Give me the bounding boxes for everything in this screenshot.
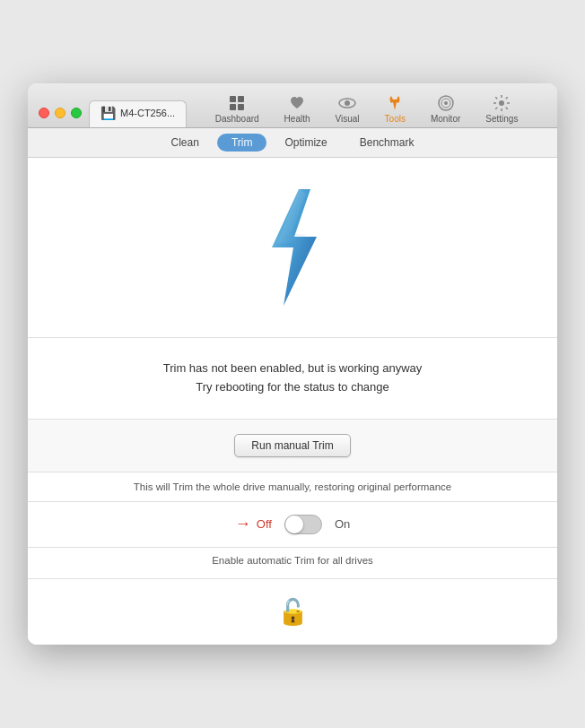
nav-visual[interactable]: Visual: [325, 91, 371, 127]
lightning-section: [28, 158, 557, 338]
subtabs-bar: Clean Trim Optimize Benchmark: [28, 128, 557, 158]
maximize-button[interactable]: [71, 108, 82, 118]
titlebar: 💾 M4-CT256... Dashboard Health: [28, 83, 557, 128]
arrow-indicator: → Off: [235, 515, 272, 533]
toggle-section: → Off On: [28, 502, 557, 548]
subtab-clean[interactable]: Clean: [157, 134, 214, 152]
lightning-bolt-icon: [252, 185, 333, 310]
main-window: 💾 M4-CT256... Dashboard Health: [28, 83, 557, 645]
navbar: Dashboard Health Visual Tools: [187, 91, 546, 127]
arrow-right-icon: →: [235, 515, 251, 533]
tools-icon: [386, 94, 404, 112]
device-name: M4-CT256...: [120, 108, 175, 118]
svg-point-9: [499, 100, 504, 106]
svg-point-5: [345, 100, 350, 106]
settings-icon: [493, 94, 511, 112]
subtab-trim[interactable]: Trim: [217, 134, 267, 152]
monitor-icon: [437, 94, 455, 112]
auto-trim-toggle[interactable]: [284, 515, 322, 534]
svg-rect-1: [238, 96, 244, 102]
subtab-optimize[interactable]: Optimize: [270, 134, 341, 152]
svg-point-7: [444, 101, 448, 105]
svg-rect-3: [238, 104, 244, 110]
status-line1: Trim has not been enabled, but is workin…: [55, 360, 530, 378]
visual-icon: [338, 94, 356, 112]
nav-dashboard-label: Dashboard: [215, 114, 259, 124]
minimize-button[interactable]: [55, 108, 65, 118]
subtab-benchmark[interactable]: Benchmark: [345, 134, 429, 152]
nav-settings-label: Settings: [485, 114, 518, 124]
svg-rect-2: [230, 104, 236, 110]
dashboard-icon: [228, 94, 246, 112]
lock-icon[interactable]: 🔓: [277, 597, 309, 627]
nav-health[interactable]: Health: [274, 91, 321, 127]
svg-rect-0: [230, 96, 236, 102]
manual-trim-section: Run manual Trim: [28, 420, 557, 472]
health-icon: [288, 94, 306, 112]
device-tab[interactable]: 💾 M4-CT256...: [89, 100, 187, 127]
nav-health-label: Health: [284, 114, 310, 124]
nav-monitor[interactable]: Monitor: [420, 91, 471, 127]
nav-tools-label: Tools: [385, 114, 406, 124]
nav-tools[interactable]: Tools: [374, 91, 416, 127]
status-line2: Try rebooting for the status to change: [55, 378, 530, 397]
nav-monitor-label: Monitor: [431, 114, 460, 124]
main-content: Trim has not been enabled, but is workin…: [28, 158, 557, 645]
on-label: On: [335, 517, 350, 531]
lock-section: 🔓: [28, 579, 557, 645]
status-section: Trim has not been enabled, but is workin…: [28, 338, 557, 420]
trim-description: This will Trim the whole drive manually,…: [28, 472, 557, 502]
device-icon: 💾: [100, 106, 116, 120]
nav-settings[interactable]: Settings: [475, 91, 528, 127]
close-button[interactable]: [39, 108, 49, 118]
auto-trim-description: Enable automatic Trim for all drives: [28, 548, 557, 579]
nav-visual-label: Visual: [336, 114, 360, 124]
run-manual-trim-button[interactable]: Run manual Trim: [234, 434, 350, 457]
off-label: Off: [257, 517, 272, 531]
nav-dashboard[interactable]: Dashboard: [205, 91, 270, 127]
traffic-lights: [39, 108, 82, 118]
toggle-knob: [285, 516, 303, 533]
